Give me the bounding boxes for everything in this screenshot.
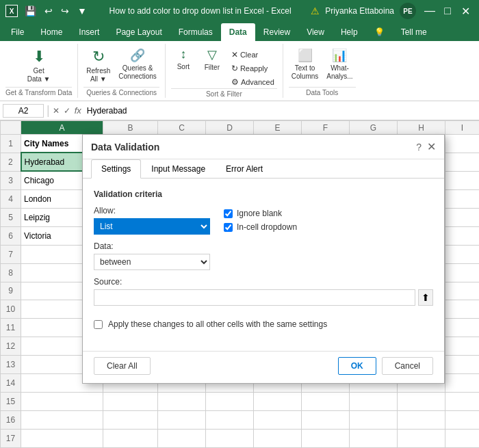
confirm-formula-icon[interactable]: ✓ bbox=[64, 106, 70, 116]
source-select-button[interactable]: ⬆ bbox=[418, 289, 433, 306]
tab-file[interactable]: File bbox=[3, 23, 32, 41]
row-num-15: 15 bbox=[1, 393, 21, 411]
col-header-h[interactable]: H bbox=[398, 121, 445, 135]
tab-formulas[interactable]: Formulas bbox=[170, 23, 221, 41]
col-header-d[interactable]: D bbox=[206, 121, 254, 135]
dialog-close-button[interactable]: ✕ bbox=[427, 140, 436, 153]
tab-error-alert[interactable]: Error Alert bbox=[216, 159, 273, 179]
dialog-title-bar: Data Validation ? ✕ bbox=[83, 135, 444, 159]
cell-i3[interactable] bbox=[445, 171, 480, 189]
title-bar-right: ⚠ Priyanka Ettaboina PE — □ ✕ bbox=[311, 3, 474, 19]
advanced-button[interactable]: ⚙ Advanced bbox=[229, 76, 277, 88]
cancel-button[interactable]: Cancel bbox=[382, 357, 433, 375]
refresh-label: RefreshAll ▼ bbox=[86, 67, 110, 83]
what-if-analysis-button[interactable]: 📊 What-Analys... bbox=[324, 47, 355, 82]
data-dropdown[interactable]: between bbox=[94, 254, 210, 270]
ignore-blank-checkbox[interactable] bbox=[224, 209, 233, 218]
data-label: Data: bbox=[94, 241, 433, 251]
row-num-12: 12 bbox=[1, 337, 21, 356]
cell-i2[interactable] bbox=[445, 153, 480, 171]
row-num-10: 10 bbox=[1, 300, 21, 319]
reapply-button[interactable]: ↻ Reapply bbox=[229, 62, 277, 75]
maximize-button[interactable]: □ bbox=[439, 3, 456, 19]
col-header-g[interactable]: G bbox=[350, 121, 398, 135]
filter-label: Filter bbox=[205, 64, 220, 72]
data-field: Data: between bbox=[94, 241, 433, 270]
formula-input[interactable]: Hyderabad bbox=[84, 105, 476, 117]
tab-review[interactable]: Review bbox=[255, 23, 298, 41]
tab-insert[interactable]: Insert bbox=[70, 23, 107, 41]
apply-changes-checkbox[interactable] bbox=[94, 320, 103, 329]
col-header-f[interactable]: F bbox=[302, 121, 350, 135]
ignore-blank-row[interactable]: Ignore blank bbox=[224, 209, 297, 218]
cancel-formula-icon[interactable]: ✕ bbox=[53, 106, 60, 116]
user-avatar[interactable]: PE bbox=[400, 3, 416, 19]
cell-i5[interactable] bbox=[445, 208, 480, 226]
fx-label: fx bbox=[75, 105, 81, 116]
clear-icon: ✕ bbox=[231, 50, 238, 60]
ribbon-group-get-transform-content: ⬇ GetData ▼ bbox=[5, 44, 72, 87]
name-box[interactable] bbox=[3, 104, 44, 118]
row-num-17: 17 bbox=[1, 430, 21, 448]
tab-settings[interactable]: Settings bbox=[91, 159, 141, 179]
allow-dropdown[interactable]: List bbox=[94, 218, 210, 235]
formula-bar: | ✕ ✓ fx Hyderabad bbox=[0, 101, 479, 120]
ribbon-tabs: File Home Insert Page Layout Formulas Da… bbox=[0, 22, 479, 41]
redo-icon[interactable]: ↪ bbox=[58, 4, 72, 18]
cell-i1[interactable] bbox=[445, 135, 480, 153]
filter-button[interactable]: ▽ Filter bbox=[200, 46, 224, 73]
what-if-label: What-Analys... bbox=[326, 64, 352, 81]
save-icon[interactable]: 💾 bbox=[22, 4, 39, 18]
clear-button[interactable]: ✕ Clear bbox=[229, 49, 277, 61]
col-header-e[interactable]: E bbox=[254, 121, 302, 135]
ok-button[interactable]: OK bbox=[338, 357, 376, 375]
formula-icons: ✕ ✓ fx bbox=[53, 105, 81, 116]
col-header-i[interactable]: I bbox=[445, 121, 480, 135]
col-header-c[interactable]: C bbox=[158, 121, 206, 135]
refresh-all-button[interactable]: ↻ RefreshAll ▼ bbox=[83, 47, 113, 85]
close-button[interactable]: ✕ bbox=[457, 3, 474, 19]
col-header-b[interactable]: B bbox=[103, 121, 158, 135]
cell-i6[interactable] bbox=[445, 226, 480, 245]
minimize-button[interactable]: — bbox=[422, 3, 438, 19]
row-num-8: 8 bbox=[1, 263, 21, 282]
allow-row: Allow: List Ignore blank In-cell dropdow… bbox=[94, 206, 433, 235]
sort-button[interactable]: ↕ Sort bbox=[171, 46, 196, 73]
main-area: A B C D E F G H I 1 City Names bbox=[0, 120, 479, 448]
user-name: Priyanka Ettaboina bbox=[325, 6, 394, 16]
queries-icon: 🔗 bbox=[130, 48, 145, 63]
quick-access-dropdown-icon[interactable]: ▼ bbox=[75, 4, 90, 18]
tab-page-layout[interactable]: Page Layout bbox=[107, 23, 170, 41]
table-row: 16 bbox=[1, 411, 480, 430]
tab-tell-me[interactable]: Tell me bbox=[393, 23, 435, 41]
tab-view[interactable]: View bbox=[298, 23, 333, 41]
tab-lightbulb[interactable]: 💡 bbox=[366, 23, 393, 41]
advanced-label: Advanced bbox=[241, 78, 274, 86]
in-cell-dropdown-row[interactable]: In-cell dropdown bbox=[224, 222, 297, 232]
text-to-columns-button[interactable]: ⬜ Text toColumns bbox=[289, 47, 321, 82]
excel-icon: X bbox=[5, 5, 18, 17]
row-num-3: 3 bbox=[1, 171, 21, 189]
ribbon-group-get-transform: ⬇ GetData ▼ Get & Transform Data bbox=[0, 44, 78, 98]
clear-all-button[interactable]: Clear All bbox=[94, 357, 151, 375]
col-header-a[interactable]: A bbox=[21, 121, 103, 135]
tab-help[interactable]: Help bbox=[333, 23, 366, 41]
dialog-footer-right: OK Cancel bbox=[338, 357, 433, 375]
get-data-icon: ⬇ bbox=[33, 48, 45, 66]
tab-input-message[interactable]: Input Message bbox=[141, 159, 216, 179]
queries-connections-label: Queries & Connections bbox=[83, 87, 159, 98]
checkbox-group: Ignore blank In-cell dropdown bbox=[224, 206, 297, 232]
text-columns-icon: ⬜ bbox=[298, 48, 313, 63]
row-num-4: 4 bbox=[1, 189, 21, 208]
in-cell-dropdown-checkbox[interactable] bbox=[224, 223, 233, 232]
tab-data[interactable]: Data bbox=[221, 23, 255, 41]
queries-connections-button[interactable]: 🔗 Queries &Connections bbox=[116, 47, 159, 82]
corner-header bbox=[1, 121, 21, 135]
source-input[interactable] bbox=[94, 289, 415, 306]
row-num-13: 13 bbox=[1, 356, 21, 374]
dialog-help-button[interactable]: ? bbox=[416, 142, 422, 153]
undo-icon[interactable]: ↩ bbox=[42, 4, 55, 18]
tab-home[interactable]: Home bbox=[32, 23, 70, 41]
get-data-button[interactable]: ⬇ GetData ▼ bbox=[25, 47, 53, 85]
cell-i4[interactable] bbox=[445, 189, 480, 208]
